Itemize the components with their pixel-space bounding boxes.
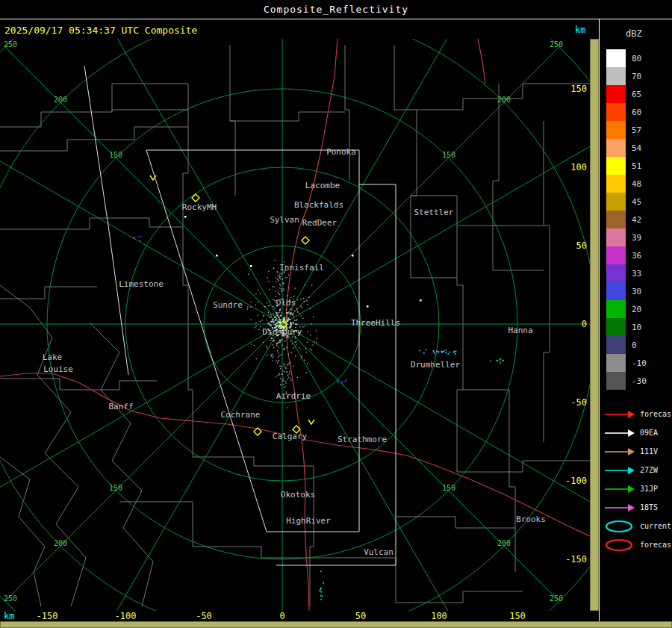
legend-swatch (606, 157, 626, 175)
y-axis-unit: km (575, 25, 585, 35)
dbz-legend-title: dBZ (626, 28, 642, 39)
city-label: Lacombe (305, 181, 340, 190)
y-axis-label: -100 (565, 476, 587, 486)
legend-swatch (606, 372, 626, 390)
city-label: Limestone (119, 279, 164, 289)
legend-swatch (606, 318, 626, 336)
city-label: Banff (108, 402, 133, 411)
track-label: current (640, 522, 671, 530)
legend-entry: 20 (606, 300, 647, 318)
dbz-legend-panel: dBZ 807065605754514845423936333020100-10… (600, 19, 672, 621)
window-titlebar: Composite_Reflectivity (0, 0, 672, 19)
city-label: Sylvan (270, 215, 299, 225)
legend-swatch (606, 121, 626, 139)
track-arrow-icon (603, 501, 636, 514)
city-label: HighRiver (286, 516, 331, 526)
legend-value: 20 (632, 305, 641, 314)
ring-range-label: 250 (4, 40, 17, 49)
track-arrow-icon (603, 482, 636, 496)
legend-entry: 54 (606, 139, 647, 157)
legend-swatch (606, 336, 626, 354)
track-arrow-icon (603, 464, 636, 477)
legend-tracks: forecast09EA111V27ZW31JP18TScurrentforec… (603, 405, 672, 554)
track-ellipse-icon (603, 538, 636, 552)
radar-site-marker (302, 237, 309, 244)
x-axis-unit: km (4, 611, 14, 621)
city-label: Airdrie (276, 391, 311, 401)
legend-swatch (606, 264, 626, 282)
horizontal-scrollbar[interactable] (0, 621, 672, 628)
ring-range-label: 150 (109, 151, 122, 159)
vertical-scrollbar[interactable] (590, 39, 599, 611)
city-label: Blackfalds (294, 200, 343, 210)
y-axis-label: 0 (582, 319, 587, 329)
y-axis-label: -150 (565, 554, 587, 565)
radar-map[interactable]: PonokaLacombeBlackfaldsSylvanRedDeerStet… (0, 39, 590, 611)
legend-swatch (606, 139, 626, 157)
city-label: Didsbury (263, 327, 302, 337)
ring-range-label: 200 (54, 96, 67, 104)
ring-range-label: 200 (497, 539, 511, 547)
track-label: 31JP (640, 485, 658, 493)
legend-entry: 80 (606, 49, 647, 67)
city-label: Vulcan (364, 547, 393, 557)
y-axis-label: 100 (570, 162, 587, 172)
city-label: RockyMH (182, 202, 217, 212)
track-legend-item: 27ZW (603, 461, 672, 479)
legend-value: 80 (632, 54, 641, 63)
legend-swatch (606, 103, 626, 121)
legend-value: 42 (632, 215, 641, 225)
legend-value: 10 (632, 323, 641, 332)
city-label: RedDeer (302, 218, 337, 228)
legend-swatch (606, 300, 626, 318)
city-label: Hanna (508, 326, 532, 335)
ring-range-label: 150 (109, 484, 122, 492)
legend-entry: 0 (606, 336, 647, 354)
city-label: ThreeHills (351, 318, 400, 328)
legend-value: 60 (632, 108, 641, 117)
y-axis-label: 50 (576, 240, 587, 251)
city-label: Cochrane (221, 410, 261, 420)
ring-range-label: 150 (442, 484, 455, 492)
radial-line (0, 128, 282, 325)
track-arrow-icon (603, 408, 636, 421)
city-label: Okotoks (281, 490, 315, 500)
track-label: 27ZW (640, 466, 658, 474)
legend-value: 54 (632, 143, 641, 153)
x-axis-label: 150 (509, 611, 526, 621)
x-axis-label: 100 (431, 611, 447, 621)
legend-entry: 48 (606, 175, 647, 193)
legend-entry: 10 (606, 318, 647, 336)
city-label: Lake (43, 352, 63, 362)
track-arrow-icon (603, 426, 636, 440)
legend-value: 36 (632, 251, 641, 261)
track-legend-item: 09EA (603, 423, 672, 442)
coverage-sector-outline (84, 66, 396, 565)
x-axis-label: -100 (115, 611, 137, 621)
legend-entry: -30 (606, 372, 647, 390)
pointer-marker (308, 420, 314, 424)
city-label: Louise (43, 364, 73, 374)
ring-range-label: 250 (550, 594, 563, 603)
y-axis-label: 150 (570, 84, 587, 94)
legend-swatch (606, 228, 626, 246)
x-axis-label: 0 (279, 611, 284, 621)
city-label: Drumheller (411, 360, 461, 370)
legend-value: 57 (632, 125, 641, 135)
ring-range-label: 200 (497, 96, 511, 104)
legend-entry: 51 (606, 157, 647, 175)
legend-entry: 30 (606, 282, 647, 300)
legend-entry: 33 (606, 264, 647, 282)
legend-entry: 36 (606, 246, 647, 264)
track-label: forecast (640, 410, 672, 418)
legend-value: 70 (632, 72, 641, 81)
radar-map-panel: 2025/09/17 05:34:37 UTC Composite km Pon… (0, 19, 600, 621)
x-axis-label: -150 (37, 611, 58, 621)
legend-entries: 807065605754514845423936333020100-10-30 (606, 49, 647, 390)
track-label: forecast (640, 541, 672, 549)
legend-swatch (606, 246, 626, 264)
track-label: 09EA (640, 429, 658, 437)
legend-value: 33 (632, 269, 641, 279)
ring-range-label: 250 (550, 40, 563, 49)
echo-layer (134, 236, 505, 600)
